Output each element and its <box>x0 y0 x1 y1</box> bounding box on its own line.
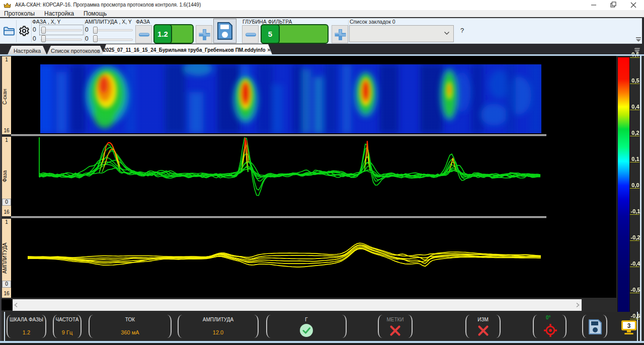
svg-text:3: 3 <box>627 322 631 329</box>
